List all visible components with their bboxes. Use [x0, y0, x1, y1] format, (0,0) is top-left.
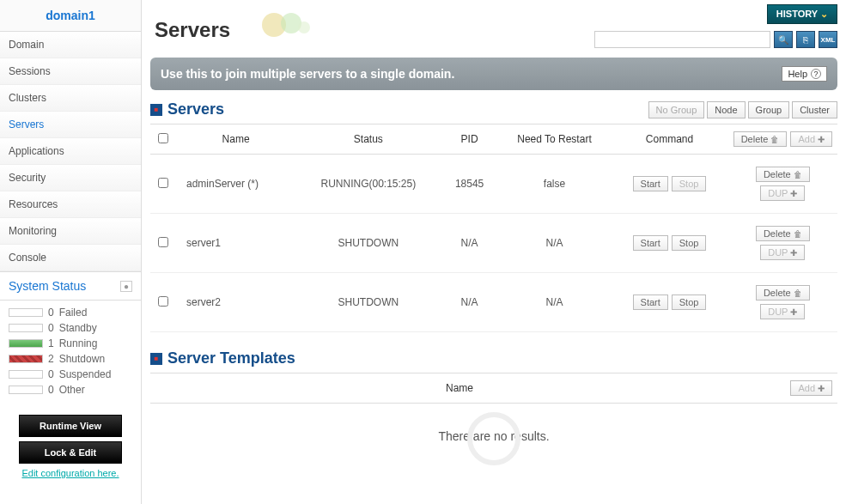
delete-icon: 🗑 [794, 170, 802, 179]
xml-icon[interactable]: XML [819, 31, 837, 48]
edit-config-link[interactable]: Edit configuration here. [9, 468, 132, 478]
cell-restart: N/A [498, 273, 612, 332]
search-row: 🔍 ⎘ XML [594, 31, 837, 48]
status-shutdown: 2Shutdown [9, 351, 132, 367]
templates-title: Server Templates [150, 349, 295, 367]
servers-section-header: Servers No Group Node Group Cluster [150, 100, 837, 118]
cell-name[interactable]: server1 [176, 214, 295, 273]
stop-button[interactable]: Stop [672, 295, 707, 310]
cell-pid: 18545 [441, 155, 498, 214]
col-command: Command [611, 124, 727, 155]
servers-title-text: Servers [167, 100, 224, 118]
node-button[interactable]: Node [707, 101, 745, 118]
row-checkbox[interactable] [158, 237, 168, 247]
group-button[interactable]: Group [748, 101, 790, 118]
cluster-button[interactable]: Cluster [792, 101, 837, 118]
row-delete-button[interactable]: Delete 🗑 [756, 285, 810, 301]
stop-button[interactable]: Stop [672, 176, 707, 191]
templates-title-text: Server Templates [167, 349, 295, 367]
system-status-label: System Status [9, 279, 86, 293]
lock-edit-button[interactable]: Lock & Edit [19, 441, 122, 464]
status-list: 0Failed 0Standby 1Running 2Shutdown 0Sus… [0, 301, 141, 402]
page-title: Servers [150, 4, 310, 51]
search-input[interactable] [594, 31, 770, 48]
select-all-checkbox[interactable] [158, 133, 168, 143]
cell-pid: N/A [441, 214, 498, 273]
col-status: Status [295, 124, 441, 155]
start-button[interactable]: Start [633, 235, 668, 251]
plus-icon: ✚ [790, 248, 797, 258]
no-results: There are no results. [150, 404, 837, 469]
sidebar-item-monitoring[interactable]: Monitoring [0, 218, 141, 245]
chevron-down-icon: ⌄ [820, 9, 828, 19]
page-title-text: Servers [155, 18, 230, 41]
runtime-view-button[interactable]: Runtime View [19, 415, 122, 437]
status-suspended: 0Suspended [9, 367, 132, 382]
sidebar-item-console[interactable]: Console [0, 245, 141, 271]
delete-icon: 🗑 [794, 229, 802, 239]
row-dup-button[interactable]: DUP ✚ [760, 245, 805, 260]
table-row: server2 SHUTDOWN N/A N/A StartStop Delet… [150, 273, 837, 332]
cell-restart: false [498, 155, 612, 214]
col-restart: Need To Restart [498, 124, 612, 155]
row-dup-button[interactable]: DUP ✚ [760, 185, 805, 201]
servers-tbody: adminServer (*) RUNNING(00:15:25) 18545 … [150, 155, 837, 332]
row-checkbox[interactable] [158, 178, 168, 188]
cell-pid: N/A [441, 273, 498, 332]
export-icon[interactable]: ⎘ [796, 31, 815, 48]
status-standby: 0Standby [9, 320, 132, 336]
row-delete-button[interactable]: Delete 🗑 [756, 226, 810, 241]
sidebar-footer: Runtime View Lock & Edit Edit configurat… [0, 402, 141, 487]
row-checkbox[interactable] [158, 296, 168, 307]
top-right: HISTORY ⌄ 🔍 ⎘ XML [594, 4, 837, 48]
servers-title: Servers [150, 100, 224, 118]
system-status-header: System Status ● [0, 271, 141, 301]
start-button[interactable]: Start [633, 295, 668, 310]
history-button[interactable]: HISTORY ⌄ [767, 4, 837, 24]
sidebar-item-security[interactable]: Security [0, 165, 141, 191]
sidebar-item-applications[interactable]: Applications [0, 138, 141, 165]
col-pid: PID [441, 124, 498, 155]
plus-icon: ✚ [790, 307, 797, 317]
sidebar-item-domain[interactable]: Domain [0, 32, 141, 58]
cell-status: SHUTDOWN [295, 273, 441, 332]
plus-icon: ✚ [790, 189, 797, 198]
col-name: Name [150, 373, 769, 404]
templates-table: Name Add ✚ [150, 373, 837, 404]
no-group-button[interactable]: No Group [648, 101, 705, 118]
templates-add-button[interactable]: Add ✚ [790, 380, 832, 396]
delete-icon: 🗑 [770, 135, 779, 144]
help-button[interactable]: Help ? [782, 66, 827, 82]
sidebar-item-resources[interactable]: Resources [0, 191, 141, 218]
help-label: Help [788, 69, 807, 79]
servers-table: Name Status PID Need To Restart Command … [150, 124, 837, 332]
stop-button[interactable]: Stop [672, 235, 707, 251]
header-add-button[interactable]: Add ✚ [790, 131, 832, 147]
start-button[interactable]: Start [633, 176, 668, 191]
cell-name[interactable]: server2 [176, 273, 295, 332]
templates-section-header: Server Templates [150, 349, 837, 367]
delete-icon: 🗑 [794, 288, 802, 298]
table-header-row: Name Status PID Need To Restart Command … [150, 124, 837, 155]
cell-name[interactable]: adminServer (*) [176, 155, 295, 214]
section-icon [150, 353, 162, 365]
sidebar-item-servers[interactable]: Servers [0, 112, 141, 138]
row-dup-button[interactable]: DUP ✚ [760, 304, 805, 319]
cell-status: SHUTDOWN [295, 214, 441, 273]
row-delete-button[interactable]: Delete 🗑 [756, 167, 810, 182]
table-row: adminServer (*) RUNNING(00:15:25) 18545 … [150, 155, 837, 214]
status-toggle-icon[interactable]: ● [120, 281, 132, 292]
sidebar: domain1 Domain Sessions Clusters Servers… [0, 0, 142, 504]
header-delete-button[interactable]: Delete 🗑 [733, 131, 788, 147]
group-buttons: No Group Node Group Cluster [648, 101, 837, 118]
domain-header[interactable]: domain1 [0, 0, 141, 32]
status-failed: 0Failed [9, 305, 132, 320]
col-name: Name [176, 124, 295, 155]
help-icon: ? [811, 69, 821, 79]
sidebar-item-sessions[interactable]: Sessions [0, 58, 141, 85]
search-icon[interactable]: 🔍 [774, 31, 793, 48]
info-banner: Use this to join multiple servers to a s… [150, 58, 837, 90]
table-header-row: Name Add ✚ [150, 373, 837, 404]
sidebar-item-clusters[interactable]: Clusters [0, 85, 141, 112]
decorative-bubbles [262, 13, 310, 37]
